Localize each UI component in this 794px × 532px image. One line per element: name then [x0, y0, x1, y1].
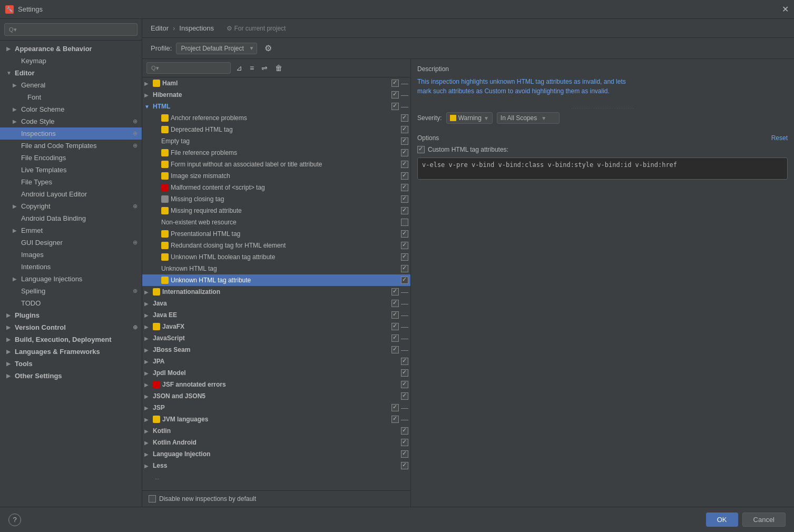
insp-row-unknown-html-attr[interactable]: Unknown HTML tag attribute [142, 274, 410, 286]
insp-row-image-size[interactable]: Image size mismatch [142, 170, 410, 182]
sidebar-item-intentions[interactable]: ▶ Intentions [0, 261, 142, 273]
sidebar-item-file-code-templates[interactable]: ▶ File and Code Templates ⊕ [0, 140, 142, 152]
insp-row-hibernate[interactable]: ▶ Hibernate — [142, 89, 410, 101]
insp-row-less[interactable]: ▶ Less [142, 460, 410, 471]
for-current-project-link[interactable]: ⚙ For current project [227, 25, 286, 32]
insp-checkbox-form-input[interactable] [401, 161, 408, 168]
insp-row-json[interactable]: ▶ JSON and JSON5 [142, 390, 410, 402]
sidebar-item-file-types[interactable]: ▶ File Types [0, 176, 142, 188]
insp-checkbox-less[interactable] [401, 462, 408, 469]
insp-checkbox-java-ee[interactable] [391, 311, 399, 319]
sidebar-item-inspections[interactable]: ▶ Inspections ⊕ [0, 127, 142, 140]
insp-row-unknown-boolean[interactable]: Unknown HTML boolean tag attribute [142, 251, 410, 263]
sidebar-item-build-execution[interactable]: ▶ Build, Execution, Deployment [0, 333, 142, 346]
insp-checkbox-javafx[interactable] [391, 323, 399, 330]
insp-checkbox-missing-required[interactable] [401, 207, 408, 214]
insp-row-form-input[interactable]: Form input without an associated label o… [142, 159, 410, 170]
cancel-button[interactable]: Cancel [742, 513, 786, 527]
insp-checkbox-java[interactable] [391, 300, 399, 307]
sidebar-item-emmet[interactable]: ▶ Emmet [0, 224, 142, 237]
sidebar-item-images[interactable]: ▶ Images [0, 249, 142, 261]
insp-checkbox-unknown-boolean[interactable] [401, 253, 408, 261]
insp-row-internationalization[interactable]: ▶ Internationalization — [142, 286, 410, 298]
insp-checkbox-kotlin[interactable] [401, 427, 408, 435]
insp-row-jsp[interactable]: ▶ JSP — [142, 402, 410, 413]
insp-row-missing-closing[interactable]: Missing closing tag [142, 193, 410, 205]
insp-row-empty-tag[interactable]: Empty tag [142, 135, 410, 147]
insp-row-language-injection[interactable]: ▶ Language Injection [142, 448, 410, 460]
insp-checkbox-jsf-annotated[interactable] [401, 381, 408, 388]
insp-checkbox-redundant-closing[interactable] [401, 242, 408, 249]
sidebar-item-keymap[interactable]: ▶ Keymap [0, 55, 142, 67]
insp-checkbox-language-injection[interactable] [401, 450, 408, 458]
severity-select-container[interactable]: Warning ▼ [446, 112, 493, 124]
insp-row-javascript[interactable]: ▶ JavaScript — [142, 332, 410, 344]
sidebar-item-code-style[interactable]: ▶ Code Style ⊕ [0, 115, 142, 127]
profile-select[interactable]: Project Default Project [176, 43, 257, 54]
sidebar-item-copyright[interactable]: ▶ Copyright ⊕ [0, 200, 142, 212]
insp-checkbox-html[interactable] [391, 103, 399, 110]
insp-row-jpa[interactable]: ▶ JPA [142, 356, 410, 367]
inspections-search-input[interactable] [159, 64, 222, 72]
insp-checkbox-jsp[interactable] [391, 404, 399, 411]
insp-row-java[interactable]: ▶ Java — [142, 298, 410, 309]
insp-row-kotlin-android[interactable]: ▶ Kotlin Android [142, 437, 410, 448]
sidebar-item-languages-frameworks[interactable]: ▶ Languages & Frameworks [0, 346, 142, 358]
insp-row-deprecated-html[interactable]: Deprecated HTML tag [142, 124, 410, 135]
clear-button[interactable]: 🗑 [273, 63, 285, 73]
sidebar-item-color-scheme[interactable]: ▶ Color Scheme [0, 103, 142, 115]
sidebar-item-android-layout[interactable]: ▶ Android Layout Editor [0, 188, 142, 200]
insp-checkbox-hibernate[interactable] [391, 91, 399, 98]
insp-checkbox-jpa[interactable] [401, 358, 408, 365]
insp-row-jsf-annotated[interactable]: ▶ JSF annotated errors [142, 379, 410, 390]
resize-handle[interactable]: ⋯⋯⋯⋯⋯⋯⋯⋯⋯⋯⋯⋯ [417, 104, 788, 112]
sidebar-item-android-data-binding[interactable]: ▶ Android Data Binding [0, 212, 142, 224]
custom-attrs-checkbox[interactable] [417, 146, 425, 153]
insp-checkbox-jvm-languages[interactable] [391, 416, 399, 423]
sidebar-item-editor[interactable]: ▼ Editor [0, 67, 142, 79]
close-button[interactable]: ✕ [782, 4, 789, 14]
insp-row-missing-required[interactable]: Missing required attribute [142, 205, 410, 216]
insp-checkbox-jpdl-model[interactable] [401, 369, 408, 377]
gear-button[interactable]: ⚙ [261, 42, 275, 54]
insp-row-html-group[interactable]: ▼ HTML — [142, 101, 410, 112]
insp-checkbox-kotlin-android[interactable] [401, 439, 408, 446]
custom-attrs-textarea[interactable]: v-else v-pre v-bind v-bind:class v-bind:… [417, 157, 788, 180]
collapse-all-button[interactable]: ⇌ [259, 63, 270, 73]
insp-checkbox-presentational-html[interactable] [401, 230, 408, 238]
sidebar-item-tools[interactable]: ▶ Tools [0, 358, 142, 370]
sidebar-item-version-control[interactable]: ▶ Version Control ⊕ [0, 321, 142, 333]
insp-checkbox-empty-tag[interactable] [401, 137, 408, 145]
insp-checkbox-i18n[interactable] [391, 288, 399, 295]
insp-row-jpdl-model[interactable]: ▶ Jpdl Model [142, 367, 410, 379]
insp-row-unknown-html-tag[interactable]: Unknown HTML tag [142, 263, 410, 274]
sidebar-item-appearance[interactable]: ▶ Appearance & Behavior [0, 43, 142, 55]
insp-checkbox-json[interactable] [401, 392, 408, 400]
insp-row-redundant-closing[interactable]: Redundant closing tag for HTML element [142, 240, 410, 251]
sidebar-item-todo[interactable]: ▶ TODO [0, 297, 142, 309]
sidebar-item-live-templates[interactable]: ▶ Live Templates [0, 164, 142, 176]
filter-button[interactable]: ⊿ [234, 63, 244, 73]
disable-new-inspections-checkbox[interactable] [149, 495, 156, 503]
sidebar-item-font[interactable]: ▶ Font [0, 91, 142, 103]
reset-link[interactable]: Reset [771, 134, 788, 142]
insp-checkbox-non-existent-web[interactable] [401, 219, 408, 226]
sidebar-item-file-encodings[interactable]: ▶ File Encodings [0, 152, 142, 164]
insp-row-jboss-seam[interactable]: ▶ JBoss Seam — [142, 344, 410, 356]
ok-button[interactable]: OK [706, 513, 738, 527]
insp-row-non-existent-web[interactable]: Non-existent web resource [142, 216, 410, 228]
insp-checkbox-javascript[interactable] [391, 334, 399, 342]
inspections-search-box[interactable]: Q▾ [146, 62, 231, 74]
insp-row-javafx[interactable]: ▶ JavaFX — [142, 321, 410, 332]
insp-checkbox-unknown-html-attr[interactable] [401, 277, 408, 284]
insp-checkbox-haml[interactable] [391, 80, 399, 87]
insp-checkbox-malformed-script[interactable] [401, 184, 408, 191]
insp-row-kotlin[interactable]: ▶ Kotlin [142, 425, 410, 437]
sidebar-item-spelling[interactable]: ▶ Spelling ⊕ [0, 285, 142, 297]
sidebar-item-plugins[interactable]: ▶ Plugins [0, 309, 142, 321]
insp-checkbox-deprecated-html[interactable] [401, 126, 408, 133]
help-button[interactable]: ? [8, 514, 21, 526]
insp-checkbox-unknown-html-tag[interactable] [401, 265, 408, 272]
insp-checkbox-image-size[interactable] [401, 172, 408, 180]
scope-select-container[interactable]: In All Scopes ▼ [497, 112, 560, 124]
